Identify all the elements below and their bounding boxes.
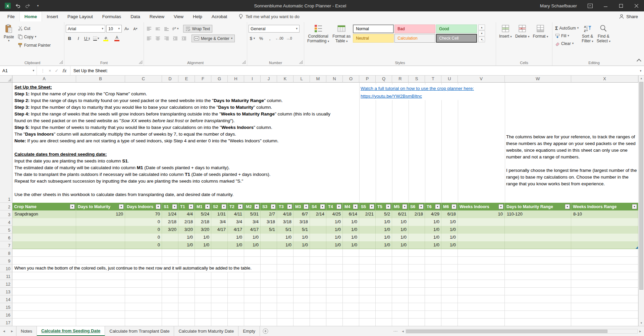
- increase-decimal-button[interactable]: ←.00: [275, 35, 284, 42]
- scroll-left-icon[interactable]: ◄: [400, 330, 406, 333]
- cell-U15[interactable]: [441, 303, 458, 311]
- cell-C3[interactable]: 70: [125, 210, 162, 218]
- cell-D14[interactable]: [162, 295, 178, 303]
- cell-C9[interactable]: [125, 257, 162, 265]
- cell-J13[interactable]: [261, 288, 277, 295]
- scroll-up-icon[interactable]: ▲: [639, 76, 644, 81]
- cell-J3[interactable]: 2/7: [261, 210, 277, 218]
- font-color-button[interactable]: A: [112, 35, 122, 42]
- cell-L3[interactable]: 6/7: [293, 210, 310, 218]
- scroll-down-icon[interactable]: ▼: [639, 320, 644, 326]
- minimize-button[interactable]: [598, 0, 613, 11]
- cell-X13[interactable]: [571, 288, 638, 295]
- filter-button[interactable]: ▼: [238, 204, 243, 209]
- header-cell-M2[interactable]: S4▼: [310, 203, 326, 210]
- cell-V16[interactable]: [458, 311, 505, 319]
- middle-align-button[interactable]: [154, 25, 162, 33]
- cell-I8[interactable]: [244, 249, 261, 257]
- vertical-scroll-track[interactable]: [639, 81, 644, 320]
- tutorial-link[interactable]: Watch a full tutorial on how to use the …: [361, 85, 477, 100]
- ribbon-display-options-button[interactable]: [582, 0, 598, 11]
- cell-J16[interactable]: [261, 311, 277, 319]
- wrap-text-button[interactable]: Wrap Text: [183, 25, 213, 33]
- column-header-I[interactable]: I: [244, 76, 261, 83]
- cell-J6[interactable]: [261, 234, 277, 241]
- fill-button[interactable]: Fill ▾: [554, 32, 580, 39]
- cell-U5[interactable]: 1/0: [441, 226, 458, 234]
- cell-X4[interactable]: [571, 218, 638, 226]
- cell-H14[interactable]: [228, 295, 244, 303]
- cell-X5[interactable]: [571, 226, 638, 234]
- cell-U11[interactable]: [441, 272, 458, 280]
- column-header-C[interactable]: C: [125, 76, 162, 83]
- cell-A8[interactable]: [12, 249, 76, 257]
- number-format-select[interactable]: General ▾: [249, 25, 300, 33]
- cell-Q12[interactable]: [376, 280, 392, 288]
- column-header-D[interactable]: D: [162, 76, 178, 83]
- cell-F3[interactable]: 5/24: [195, 210, 211, 218]
- column-header-S[interactable]: S: [409, 76, 425, 83]
- cell-W5[interactable]: [505, 226, 571, 234]
- cell-H4[interactable]: 3/4: [228, 218, 244, 226]
- cell-G8[interactable]: [211, 249, 228, 257]
- cell-M7[interactable]: [310, 241, 326, 249]
- cell-T7[interactable]: 1/0: [425, 241, 441, 249]
- column-header-J[interactable]: J: [261, 76, 277, 83]
- cell-V17[interactable]: [458, 319, 505, 326]
- tab-splitter-icon[interactable]: ⋯: [392, 326, 399, 336]
- cell-D17[interactable]: [162, 319, 178, 326]
- cell-W8[interactable]: [505, 249, 571, 257]
- cell-I13[interactable]: [244, 288, 261, 295]
- sheet-tab-empty[interactable]: Empty: [238, 326, 260, 336]
- column-header-N[interactable]: N: [326, 76, 343, 83]
- cell-Q14[interactable]: [376, 295, 392, 303]
- scroll-right-icon[interactable]: ►: [638, 330, 643, 333]
- enter-icon[interactable]: ✓: [55, 68, 59, 73]
- cell-L13[interactable]: [293, 288, 310, 295]
- filter-button[interactable]: ▼: [336, 204, 341, 209]
- collapse-ribbon-icon[interactable]: [637, 59, 641, 63]
- cell-X11[interactable]: [571, 272, 638, 280]
- cell-W10[interactable]: [505, 265, 571, 272]
- cell-W13[interactable]: [505, 288, 571, 295]
- header-cell-H2[interactable]: T2▼: [228, 203, 244, 210]
- cell-Q6[interactable]: 1/0: [376, 234, 392, 241]
- cell-M4[interactable]: [310, 218, 326, 226]
- cell-E6[interactable]: 1/0: [178, 234, 195, 241]
- cell-L7[interactable]: 1/0: [293, 241, 310, 249]
- column-header-W[interactable]: W: [505, 76, 571, 83]
- cell-V10[interactable]: [458, 265, 505, 272]
- cell-C16[interactable]: [125, 311, 162, 319]
- cell-A12[interactable]: [12, 280, 76, 288]
- cell-R8[interactable]: [392, 249, 409, 257]
- align-right-button[interactable]: [163, 35, 170, 42]
- column-header-R[interactable]: R: [392, 76, 409, 83]
- tell-me-box[interactable]: Tell me what you want to do: [238, 11, 299, 21]
- cell-U13[interactable]: [441, 288, 458, 295]
- cell-K14[interactable]: [277, 295, 293, 303]
- cell-W9[interactable]: [505, 257, 571, 265]
- cell-N4[interactable]: 1/0: [326, 218, 343, 226]
- cell-L6[interactable]: 1/0: [293, 234, 310, 241]
- header-cell-A2[interactable]: Crop Name▼: [12, 203, 76, 210]
- cell-G16[interactable]: [211, 311, 228, 319]
- column-header-V[interactable]: V: [458, 76, 505, 83]
- cell-S15[interactable]: [409, 303, 425, 311]
- cell-H15[interactable]: [228, 303, 244, 311]
- row-header-4[interactable]: 4: [0, 218, 12, 226]
- cell-V3[interactable]: 10: [458, 210, 505, 218]
- table-resize-handle[interactable]: [636, 246, 638, 249]
- cell-style-neutral[interactable]: Neutral: [353, 34, 394, 43]
- cell-A4[interactable]: [12, 218, 76, 226]
- header-cell-W2[interactable]: Days to Maturity Range▼: [505, 203, 571, 210]
- sheet-tab-calculate-from-seeding-date[interactable]: Calculate from Seeding Date: [37, 326, 105, 336]
- filter-button[interactable]: ▼: [632, 204, 637, 209]
- vertical-scroll-thumb[interactable]: [639, 82, 643, 290]
- cell-M13[interactable]: [310, 288, 326, 295]
- cell-D5[interactable]: 3/20: [162, 226, 178, 234]
- new-sheet-button[interactable]: [260, 326, 271, 336]
- cell-P7[interactable]: [359, 241, 376, 249]
- cell-U3[interactable]: 6/18: [441, 210, 458, 218]
- insert-cells-button[interactable]: Insert ▾: [497, 23, 514, 59]
- cell-J9[interactable]: [261, 257, 277, 265]
